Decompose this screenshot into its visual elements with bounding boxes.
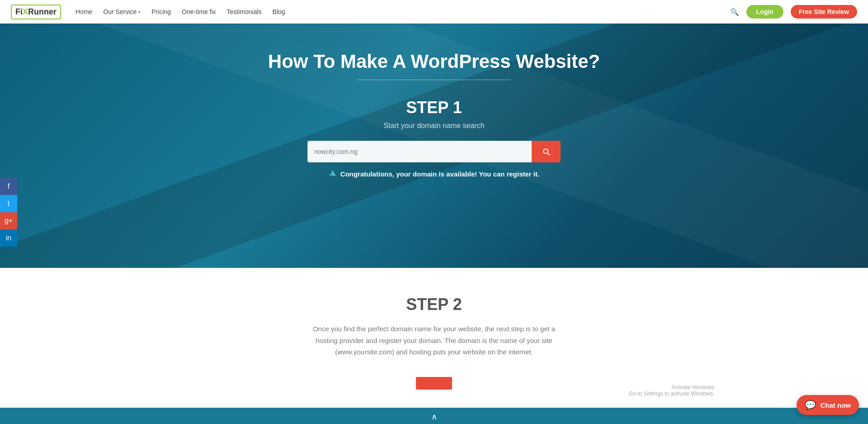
free-review-button[interactable]: Free Site Review [791, 5, 857, 19]
navbar: Fi X Runner Home Our Service ▾ Pricing O… [0, 0, 868, 24]
login-button[interactable]: Login [746, 5, 783, 19]
chat-label: Chat now [821, 401, 851, 409]
chevron-up-icon: ∧ [431, 412, 437, 422]
twitter-social-button[interactable]: t [0, 195, 17, 212]
step2-action-button[interactable] [416, 377, 452, 390]
domain-search-input[interactable] [307, 141, 532, 162]
chevron-down-icon: ▾ [138, 10, 141, 14]
nav-right: 🔍 Login Free Site Review [730, 5, 857, 19]
nav-pricing[interactable]: Pricing [151, 8, 171, 15]
success-message: Congratulations, your domain is availabl… [340, 170, 539, 178]
facebook-social-button[interactable]: f [0, 178, 17, 195]
step2-button-wrap [416, 377, 452, 390]
chat-icon: 💬 [805, 400, 816, 410]
nav-links: Home Our Service ▾ Pricing One-time fix … [75, 8, 730, 15]
hero-divider [357, 80, 511, 80]
scroll-up-bar[interactable]: ∧ [0, 408, 868, 424]
logo-box: Fi X Runner [11, 5, 61, 19]
hero-section: How To Make A WordPress Website? STEP 1 … [0, 24, 868, 268]
nav-our-service[interactable]: Our Service ▾ [103, 8, 141, 15]
chat-widget[interactable]: 💬 Chat now [797, 395, 859, 415]
check-arrow-icon: ➤ [326, 167, 340, 181]
logo-runner: Runner [28, 7, 57, 17]
linkedin-social-button[interactable]: in [0, 229, 17, 247]
search-icon[interactable]: 🔍 [730, 8, 739, 16]
step2-section: STEP 2 Once you find the perfect domain … [0, 268, 868, 408]
social-sidebar: f t g+ in [0, 178, 17, 247]
domain-search-row [307, 141, 561, 162]
nav-home[interactable]: Home [75, 8, 92, 15]
hero-title: How To Make A WordPress Website? [268, 51, 600, 72]
step1-subtitle: Start your domain name search [383, 122, 484, 130]
search-icon [542, 147, 551, 156]
success-message-row: ➤ Congratulations, your domain is availa… [329, 168, 539, 180]
googleplus-social-button[interactable]: g+ [0, 212, 17, 229]
step1-label: STEP 1 [406, 98, 462, 117]
logo[interactable]: Fi X Runner [11, 5, 61, 19]
nav-testimonials[interactable]: Testimonials [227, 8, 262, 15]
logo-x: X [23, 7, 28, 17]
domain-search-button[interactable] [532, 141, 561, 162]
step2-label: STEP 2 [406, 295, 462, 314]
nav-one-time-fix[interactable]: One-time fix [182, 8, 216, 15]
nav-blog[interactable]: Blog [273, 8, 285, 15]
step2-text: Once you find the perfect domain name fo… [307, 323, 561, 358]
logo-fix: Fi [15, 7, 23, 17]
